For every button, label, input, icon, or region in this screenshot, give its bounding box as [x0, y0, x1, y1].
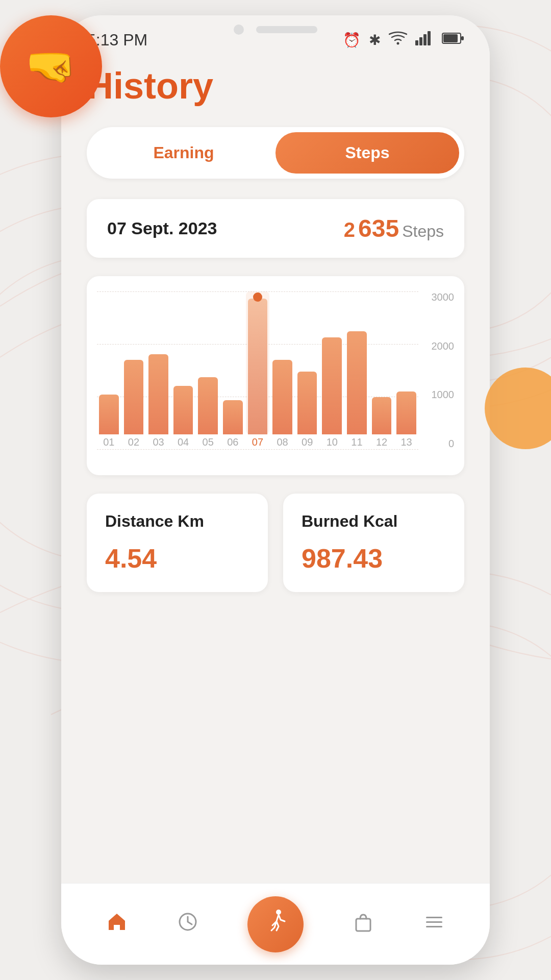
bar-group-05: [198, 291, 218, 434]
steps-display: 2 635 Steps: [344, 214, 444, 242]
app-icon-symbol: 🤜: [26, 42, 77, 90]
svg-rect-8: [415, 40, 418, 45]
steps-main: 635: [358, 214, 399, 242]
nav-shop[interactable]: [352, 911, 374, 938]
bar-group-06: [223, 291, 243, 434]
bar-group-02: [124, 291, 144, 434]
menu-icon: [423, 911, 445, 938]
steps-unit: Steps: [402, 222, 444, 241]
kcal-card: Burned Kcal 987.43: [283, 494, 464, 592]
steps-prefix: 2: [344, 218, 355, 241]
alarm-icon: ⏰: [343, 32, 361, 48]
date-card: 07 Sept. 2023 2 635 Steps: [87, 199, 464, 258]
bar-group-10: [322, 291, 342, 434]
camera-dot: [234, 24, 244, 35]
x-label-10: 10: [322, 436, 342, 448]
chart-container: 01020304050607080910111213 3000 2000 100…: [87, 276, 464, 475]
run-icon: [261, 907, 290, 941]
svg-point-16: [276, 910, 281, 915]
bar-03[interactable]: [148, 354, 168, 434]
status-bar: 5:13 PM ⏰ ✱: [61, 15, 490, 55]
y-axis: 3000 2000 1000 0: [418, 291, 454, 465]
date-display: 07 Sept. 2023: [107, 218, 217, 238]
y-label-3000: 3000: [432, 291, 455, 303]
x-label-11: 11: [347, 436, 367, 448]
bar-dot: [253, 292, 262, 302]
svg-point-7: [397, 42, 399, 45]
status-icons: ⏰ ✱: [343, 31, 464, 49]
x-label-12: 12: [372, 436, 392, 448]
bottom-nav: [61, 883, 490, 965]
decoration-circle: [485, 368, 551, 449]
speaker-bar: [256, 26, 317, 33]
bluetooth-icon: ✱: [369, 32, 381, 48]
app-icon: 🤜: [0, 15, 102, 117]
bar-group-08: [272, 291, 292, 434]
svg-rect-14: [461, 36, 464, 40]
bar-group-11: [347, 291, 367, 434]
x-label-04: 04: [173, 436, 193, 448]
bar-02[interactable]: [124, 360, 144, 434]
nav-history[interactable]: [177, 911, 199, 938]
run-button[interactable]: [247, 896, 304, 952]
x-label-13: 13: [396, 436, 416, 448]
x-label-08: 08: [272, 436, 292, 448]
tab-steps[interactable]: Steps: [276, 132, 459, 174]
phone-frame: 5:13 PM ⏰ ✱: [61, 15, 490, 965]
nav-home[interactable]: [106, 911, 128, 938]
svg-rect-9: [419, 37, 422, 45]
bar-08[interactable]: [272, 360, 292, 434]
x-label-01: 01: [99, 436, 119, 448]
nav-menu[interactable]: [423, 911, 445, 938]
tab-switcher: Earning Steps: [87, 127, 464, 179]
bar-group-09: [297, 291, 317, 434]
bar-group-04: [173, 291, 193, 434]
y-label-0: 0: [448, 438, 454, 450]
svg-rect-20: [426, 926, 442, 927]
bar-group-07: [248, 291, 268, 434]
x-label-09: 09: [297, 436, 317, 448]
kcal-value: 987.43: [302, 543, 446, 574]
bar-07[interactable]: [248, 299, 268, 434]
bar-group-12: [372, 291, 392, 434]
bar-12[interactable]: [372, 397, 392, 434]
x-label-05: 05: [198, 436, 218, 448]
bar-01[interactable]: [99, 395, 119, 434]
bar-09[interactable]: [297, 372, 317, 434]
bar-group-13: [396, 291, 416, 434]
nav-run[interactable]: [247, 896, 304, 952]
bar-06[interactable]: [223, 400, 243, 434]
bar-group-01: [99, 291, 119, 434]
x-label-06: 06: [223, 436, 243, 448]
svg-rect-17: [356, 919, 370, 931]
distance-card: Distance Km 4.54: [87, 494, 268, 592]
bar-13[interactable]: [396, 391, 416, 434]
shop-icon: [352, 911, 374, 938]
bar-05[interactable]: [198, 377, 218, 434]
distance-value: 4.54: [105, 543, 249, 574]
kcal-title: Burned Kcal: [302, 512, 446, 531]
bar-10[interactable]: [322, 337, 342, 434]
x-label-03: 03: [148, 436, 168, 448]
bar-11[interactable]: [347, 331, 367, 434]
y-label-2000: 2000: [432, 340, 455, 352]
page-title: History: [87, 65, 464, 107]
svg-rect-10: [423, 34, 427, 45]
battery-icon: [442, 32, 464, 48]
bar-04[interactable]: [173, 386, 193, 434]
chart-bars-area: 01020304050607080910111213: [97, 291, 418, 465]
wifi-icon: [389, 31, 407, 49]
clock-icon: [177, 911, 199, 938]
stats-row: Distance Km 4.54 Burned Kcal 987.43: [87, 494, 464, 592]
main-content: History Earning Steps 07 Sept. 2023 2 63…: [61, 55, 490, 592]
svg-rect-19: [426, 921, 442, 923]
distance-title: Distance Km: [105, 512, 249, 531]
bar-group-03: [148, 291, 168, 434]
home-icon: [106, 911, 128, 938]
svg-rect-13: [443, 34, 458, 42]
tab-earning[interactable]: Earning: [92, 132, 276, 174]
x-label-02: 02: [124, 436, 144, 448]
phone-inner: 5:13 PM ⏰ ✱: [61, 15, 490, 965]
signal-icon: [415, 31, 434, 49]
x-label-07: 07: [248, 436, 268, 448]
